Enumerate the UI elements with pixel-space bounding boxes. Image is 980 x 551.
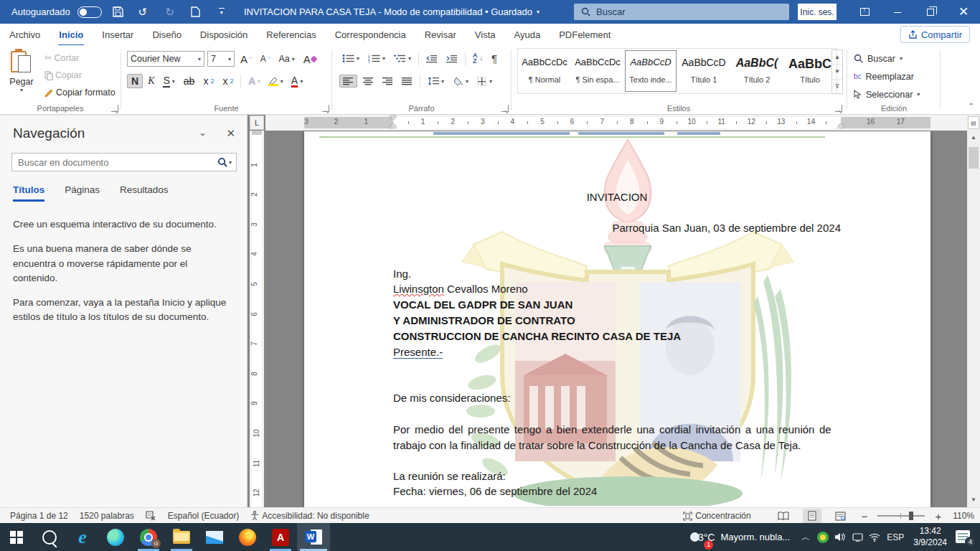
strikethrough-button[interactable]: ab	[180, 75, 199, 88]
start-button[interactable]	[0, 523, 33, 551]
mail-button[interactable]	[198, 523, 231, 551]
align-left-button[interactable]	[339, 75, 357, 88]
zoom-slider[interactable]	[877, 515, 925, 517]
tab-ayuda[interactable]: Ayuda	[504, 25, 550, 44]
volume-icon[interactable]	[831, 523, 849, 551]
undo-icon[interactable]: ↺▾	[135, 3, 154, 22]
keyboard-language[interactable]: ESP	[883, 523, 908, 551]
style-sin-espaciado[interactable]: AaBbCcDc¶ Sin espa...	[572, 50, 623, 92]
ms-search-bar[interactable]: Buscar	[574, 4, 789, 20]
change-case-button[interactable]: Aa▾	[275, 52, 297, 65]
scroll-down-icon[interactable]: ▼	[968, 494, 979, 506]
style-texto-independiente[interactable]: AaBbCcDTexto inde...	[625, 50, 677, 92]
navpane-tab-resultados[interactable]: Resultados	[120, 184, 169, 202]
show-marks-button[interactable]: ¶	[489, 51, 500, 66]
increase-indent-button[interactable]	[443, 53, 461, 65]
collapse-ribbon-icon[interactable]: ⌃	[969, 102, 974, 110]
replace-button[interactable]: bc Reemplazar	[854, 69, 920, 84]
italic-button[interactable]: K	[144, 75, 158, 88]
print-layout-button[interactable]	[803, 509, 821, 523]
language-indicator[interactable]: Español (Ecuador)	[162, 508, 245, 524]
firefox-button[interactable]	[231, 523, 264, 551]
paste-button[interactable]: Pegar ▾	[6, 48, 37, 107]
tab-correspondencia[interactable]: Correspondencia	[326, 25, 415, 44]
bold-button[interactable]: N	[127, 74, 143, 88]
weather-widget[interactable]: 1 33°C Mayorm. nubla...	[679, 523, 797, 551]
align-center-button[interactable]	[360, 75, 377, 87]
zoom-in-button[interactable]: +	[929, 508, 947, 524]
autosave-toggle[interactable]	[77, 6, 102, 18]
sign-in-button[interactable]: Inic. ses.	[798, 4, 837, 20]
navpane-tab-paginas[interactable]: Páginas	[65, 184, 100, 202]
document-search-input[interactable]	[12, 157, 217, 168]
font-family-select[interactable]: Courier New▾	[127, 51, 204, 67]
bullet-list-button[interactable]: ▾	[339, 52, 362, 65]
focus-mode-button[interactable]: Concentración	[677, 508, 756, 524]
align-right-button[interactable]	[380, 75, 396, 87]
minimize-button[interactable]: ─	[881, 0, 914, 24]
styles-scroll-down-icon[interactable]: ▼	[832, 65, 842, 79]
highlight-button[interactable]: ▾	[265, 75, 286, 88]
styles-more-icon[interactable]: ⊽	[832, 80, 842, 93]
scrollbar-thumb[interactable]	[969, 147, 979, 169]
style-titulo-1[interactable]: AaBbCcDTítulo 1	[678, 50, 730, 92]
edge-button[interactable]	[99, 523, 132, 551]
display-icon[interactable]	[849, 523, 866, 551]
line-spacing-button[interactable]: ▾	[425, 75, 447, 87]
notification-center-button[interactable]: 4	[956, 530, 973, 545]
multilevel-list-button[interactable]: ▾	[391, 52, 414, 65]
paragraph-dialog-launcher[interactable]	[501, 105, 509, 112]
font-dialog-launcher[interactable]	[322, 105, 329, 112]
document-scroll-area[interactable]: 7	[264, 131, 967, 507]
vertical-scrollbar[interactable]: ▤ ▲ ▼	[967, 115, 980, 507]
ribbon-display-options-button[interactable]	[848, 0, 881, 24]
style-normal[interactable]: AaBbCcDc¶ Normal	[519, 50, 570, 92]
title-chevron-down-icon[interactable]: ▾	[537, 9, 540, 15]
internet-explorer-button[interactable]: e	[66, 523, 99, 551]
navpane-tab-titulos[interactable]: Títulos	[13, 184, 44, 202]
select-button[interactable]: Seleccionar▾	[854, 87, 920, 102]
clock[interactable]: 13:42 3/9/2024	[908, 526, 953, 548]
clear-formatting-button[interactable]: A	[301, 52, 319, 67]
right-indent-marker[interactable]	[837, 123, 844, 128]
new-document-icon[interactable]	[187, 3, 205, 22]
zoom-out-button[interactable]: −	[856, 508, 874, 524]
style-titulo[interactable]: AaBbCTítulo	[784, 50, 836, 92]
web-layout-button[interactable]	[831, 509, 850, 523]
scroll-up-icon[interactable]: ▲	[968, 131, 979, 143]
pane-chevron-down-icon[interactable]: ⌄	[199, 127, 207, 138]
tab-vista[interactable]: Vista	[466, 25, 505, 44]
decrease-indent-button[interactable]	[423, 53, 440, 65]
chrome-button[interactable]: G	[132, 523, 165, 551]
grow-font-button[interactable]: Aˆ	[237, 52, 255, 67]
styles-dialog-launcher[interactable]	[835, 105, 842, 112]
ruler-toggle-button[interactable]: ▤	[968, 116, 979, 129]
word-count[interactable]: 1520 palabras	[74, 508, 140, 524]
file-explorer-button[interactable]	[165, 523, 198, 551]
tab-selector-box[interactable]: L	[250, 116, 264, 130]
search-options-chevron-icon[interactable]: ▾	[229, 159, 232, 166]
subscript-button[interactable]: x2	[199, 75, 217, 88]
pane-close-icon[interactable]: ✕	[226, 127, 235, 140]
numbered-list-button[interactable]: 123▾	[365, 52, 388, 65]
hanging-indent-marker[interactable]	[390, 123, 397, 128]
zoom-slider-thumb[interactable]	[909, 512, 913, 520]
tab-disposicion[interactable]: Disposición	[191, 25, 257, 44]
tray-expand-chevron-icon[interactable]: ︿	[797, 523, 814, 551]
tab-referencias[interactable]: Referencias	[257, 25, 325, 44]
tab-pdfelement[interactable]: PDFelement	[550, 25, 620, 44]
share-button[interactable]: Compartir	[900, 26, 970, 43]
horizontal-ruler[interactable]: 32112345678910111213141617	[265, 115, 967, 131]
proofing-status[interactable]	[140, 508, 162, 524]
document-search-box[interactable]: ▾	[11, 153, 237, 171]
page-indicator[interactable]: Página 1 de 12	[0, 508, 74, 524]
wifi-icon[interactable]	[866, 523, 883, 551]
zoom-level[interactable]: 110%	[947, 508, 976, 524]
borders-button[interactable]: ▾	[474, 75, 495, 88]
accessibility-status[interactable]: Accesibilidad: No disponible	[245, 508, 374, 524]
font-size-select[interactable]: 7▾	[207, 51, 235, 67]
justify-button[interactable]	[399, 75, 415, 87]
taskbar-search-button[interactable]	[33, 523, 66, 551]
clipboard-dialog-launcher[interactable]	[111, 105, 118, 112]
save-icon[interactable]	[109, 3, 128, 22]
